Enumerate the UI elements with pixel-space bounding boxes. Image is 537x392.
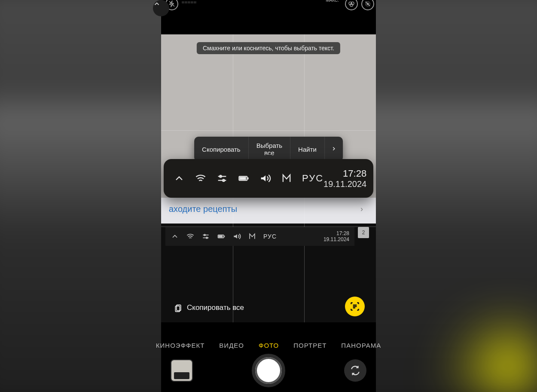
battery-icon — [217, 232, 226, 241]
photo-recipe-bar: аходите рецепты — [161, 198, 376, 224]
shutter-button[interactable] — [252, 354, 285, 387]
date-value: 19.11.2024 — [323, 179, 366, 189]
grid-line — [161, 130, 376, 131]
chevron-up-icon — [173, 172, 185, 184]
time-small: 17:28 — [323, 230, 349, 236]
clipboard-icon — [174, 303, 183, 312]
photo-partial-text: аходите рецепты — [169, 204, 237, 214]
sliders-icon — [216, 172, 228, 184]
filter-toggle-button[interactable] — [345, 0, 358, 10]
time-value: 17:28 — [323, 168, 366, 179]
format-line2: МАКС. — [326, 0, 339, 3]
photo-windows-taskbar-small: РУС 17:28 19.11.2024 — [165, 227, 354, 246]
language-indicator: РУС — [302, 173, 323, 184]
flip-camera-button[interactable] — [344, 359, 366, 382]
svg-rect-19 — [240, 178, 246, 180]
mode-video[interactable]: ВИДЕО — [219, 342, 244, 349]
context-more-button[interactable] — [325, 137, 343, 162]
notification-count: 2 — [362, 230, 365, 236]
chevron-up-icon — [171, 232, 179, 241]
context-menu-pointer — [265, 155, 272, 159]
camera-mode-selector[interactable]: КИНОЭФФЕКТ ВИДЕО ФОТО ПОРТРЕТ ПАНОРАМА — [161, 342, 376, 349]
format-indicator: HEIF МАКС. — [326, 0, 339, 3]
language-indicator: РУС — [263, 233, 277, 240]
context-find-button[interactable]: Найти — [290, 137, 325, 162]
camera-bottom-controls — [161, 352, 376, 389]
date-small: 19.11.2024 — [323, 236, 349, 242]
mode-panorama[interactable]: ПАНОРАМА — [341, 342, 381, 349]
context-copy-button[interactable]: Скопировать — [194, 137, 249, 162]
collapse-controls-button[interactable] — [153, 0, 169, 16]
datetime-block: 17:28 19.11.2024 — [323, 168, 366, 189]
volume-icon — [232, 232, 241, 241]
wifi-icon — [195, 172, 207, 184]
live-text-hint: Смахните или коснитесь, чтобы выбрать те… — [197, 42, 340, 54]
magnifier-tray-icons — [173, 172, 293, 184]
camera-app: 0,0 ıııııııııı HEIF МАКС. аходите рецепт… — [161, 0, 376, 392]
battery-icon — [238, 172, 250, 184]
ev-scale: ıııııııııı — [182, 0, 197, 4]
last-photo-thumbnail[interactable] — [171, 359, 193, 382]
datetime-small: 17:28 19.11.2024 — [323, 230, 349, 243]
camera-top-bar: 0,0 ıııııııııı HEIF МАКС. — [161, 0, 376, 9]
selected-text-magnifier: РУС 17:28 19.11.2024 — [164, 159, 373, 198]
live-photo-toggle-button[interactable] — [361, 0, 374, 10]
wifi-icon — [186, 232, 195, 241]
exposure-value: 0,0 ıııııııııı — [182, 0, 197, 4]
camera-viewfinder[interactable]: аходите рецепты › РУС 17:28 19.11.2024 2 — [161, 34, 376, 322]
svg-line-6 — [366, 2, 370, 6]
volume-icon — [259, 172, 271, 184]
mode-photo[interactable]: ФОТО — [259, 342, 279, 349]
live-text-button[interactable] — [345, 297, 365, 316]
chevron-right-icon: › — [360, 205, 363, 214]
mode-cinematic[interactable]: КИНОЭФФЕКТ — [156, 342, 205, 349]
brand-m-icon — [248, 232, 256, 241]
brand-m-icon — [281, 172, 293, 184]
svg-rect-12 — [219, 236, 222, 237]
sliders-icon — [201, 232, 210, 241]
mode-portrait[interactable]: ПОРТРЕТ — [293, 342, 326, 349]
copy-all-label: Скопировать все — [187, 303, 244, 312]
notification-badge: 2 — [358, 227, 369, 238]
copy-all-button[interactable]: Скопировать все — [174, 303, 244, 312]
hint-text: Смахните или коснитесь, чтобы выбрать те… — [203, 45, 334, 52]
